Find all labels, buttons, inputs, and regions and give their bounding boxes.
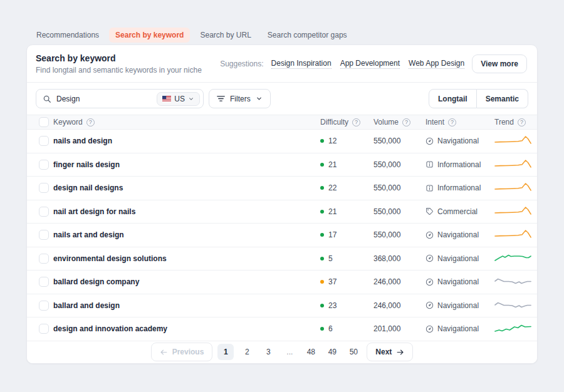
trend-cell — [494, 181, 537, 195]
page-number-3[interactable]: 3 — [260, 344, 276, 360]
tab-search-by-keyword[interactable]: Search by keyword — [109, 28, 190, 43]
row-checkbox[interactable] — [39, 160, 49, 170]
keyword-cell: design nail designs — [53, 183, 320, 192]
difficulty-cell: 5 — [320, 254, 373, 263]
tab-search-competitor-gaps[interactable]: Search competitor gaps — [261, 28, 353, 43]
table-row[interactable]: ballard design company37246,000Navigatio… — [27, 271, 537, 294]
intent-label: Navigational — [437, 277, 479, 286]
suggestion-chip[interactable]: Design Inspiration — [271, 59, 332, 69]
view-more-button[interactable]: View more — [472, 54, 527, 73]
suggestion-chip[interactable]: Web App Design — [409, 59, 464, 69]
intent-cell: Informational — [426, 183, 494, 192]
keyword-cell: design and innovation academy — [53, 324, 320, 333]
intent-label: Navigational — [437, 324, 479, 333]
intent-cell: Navigational — [426, 254, 494, 263]
row-checkbox[interactable] — [39, 207, 49, 217]
table-row[interactable]: environmental design solutions5368,000Na… — [27, 247, 537, 271]
page-number-49[interactable]: 49 — [324, 344, 340, 360]
page-number-48[interactable]: 48 — [303, 344, 319, 360]
trend-sparkline — [494, 205, 532, 219]
column-header-keyword[interactable]: Keyword? — [53, 118, 320, 126]
intent-cell: Navigational — [426, 277, 494, 286]
column-label: Volume — [373, 118, 399, 126]
mode-button-longtail[interactable]: Longtail — [429, 89, 477, 108]
column-header-difficulty[interactable]: Difficulty? — [320, 118, 373, 126]
row-checkbox[interactable] — [39, 277, 49, 287]
row-checkbox[interactable] — [39, 183, 49, 193]
navigational-icon — [426, 325, 434, 333]
row-checkbox[interactable] — [39, 136, 49, 146]
search-input[interactable] — [56, 95, 152, 103]
volume-cell: 550,000 — [373, 207, 426, 216]
difficulty-dot — [320, 327, 324, 331]
filter-icon — [217, 95, 225, 102]
previous-page-button[interactable]: Previous — [151, 343, 213, 361]
keyword-cell: ballard and design — [53, 301, 320, 310]
navigational-icon — [426, 301, 434, 309]
mode-button-semantic[interactable]: Semantic — [477, 89, 528, 108]
next-page-button[interactable]: Next — [367, 343, 413, 361]
difficulty-cell: 21 — [320, 160, 373, 169]
intent-cell: Navigational — [426, 324, 494, 333]
table-row[interactable]: design nail designs22550,000Informationa… — [27, 177, 537, 200]
keyword-cell: nails and design — [53, 137, 320, 145]
difficulty-dot — [320, 233, 324, 237]
volume-cell: 550,000 — [373, 230, 426, 239]
table-row[interactable]: nails art and design17550,000Navigationa… — [27, 224, 537, 247]
region-selector[interactable]: US — [157, 92, 200, 106]
navigational-icon — [426, 278, 434, 286]
trend-sparkline — [494, 322, 532, 336]
row-checkbox[interactable] — [39, 230, 49, 240]
difficulty-dot — [320, 257, 324, 260]
suggestion-chip[interactable]: App Development — [340, 59, 400, 69]
page-number-1[interactable]: 1 — [217, 344, 234, 360]
filters-button[interactable]: Filters — [209, 89, 271, 108]
navigational-icon — [426, 231, 434, 239]
select-all-checkbox[interactable] — [39, 117, 49, 127]
intent-cell: Navigational — [426, 301, 494, 310]
next-label: Next — [375, 348, 392, 356]
table-row[interactable]: ballard and design23246,000Navigational — [27, 294, 537, 318]
table-row[interactable]: design and innovation academy6201,000Nav… — [27, 317, 537, 341]
arrow-left-icon — [160, 348, 168, 356]
trend-sparkline — [494, 228, 532, 242]
row-checkbox[interactable] — [39, 324, 49, 334]
mode-toggle-group: LongtailSemantic — [429, 89, 528, 108]
column-header-intent[interactable]: Intent? — [426, 118, 494, 126]
trend-cell — [494, 205, 537, 219]
help-icon[interactable]: ? — [402, 118, 410, 126]
keyword-table-body: nails and design12550,000Navigationalfin… — [27, 130, 537, 341]
trend-sparkline — [494, 252, 532, 266]
table-row[interactable]: nails and design12550,000Navigational — [27, 130, 537, 153]
table-row[interactable]: finger nails design21550,000Informationa… — [27, 153, 537, 177]
difficulty-dot — [320, 304, 324, 307]
help-icon[interactable]: ? — [518, 118, 526, 126]
help-icon[interactable]: ? — [352, 118, 360, 126]
suggestion-links: Design InspirationApp DevelopmentWeb App… — [271, 59, 465, 69]
trend-cell — [494, 299, 537, 312]
chevron-down-icon — [256, 95, 263, 102]
trend-cell — [494, 275, 537, 289]
tab-search-by-url[interactable]: Search by URL — [194, 28, 257, 43]
trend-cell — [494, 322, 537, 336]
keyword-search-box[interactable]: US — [36, 89, 204, 108]
informational-icon — [426, 160, 434, 168]
row-checkbox[interactable] — [39, 254, 49, 264]
difficulty-dot — [320, 139, 324, 143]
column-header-volume[interactable]: Volume? — [373, 118, 426, 126]
page-number-50[interactable]: 50 — [345, 344, 362, 360]
column-header-trend[interactable]: Trend? — [494, 118, 537, 126]
tab-recommendations[interactable]: Recommendations — [30, 28, 105, 43]
intent-label: Navigational — [437, 137, 479, 145]
page-number-2[interactable]: 2 — [239, 344, 255, 360]
informational-icon — [426, 184, 434, 192]
arrow-right-icon — [396, 348, 404, 356]
keyword-cell: ballard design company — [53, 277, 320, 286]
table-row[interactable]: nail art design for nails21550,000Commer… — [27, 200, 537, 224]
row-checkbox[interactable] — [39, 301, 49, 311]
keyword-cell: environmental design solutions — [53, 254, 320, 263]
suggestions-label: Suggestions: — [220, 59, 263, 68]
help-icon[interactable]: ? — [448, 118, 456, 126]
help-icon[interactable]: ? — [86, 118, 95, 126]
panel-heading: Search by keyword Find longtail and sema… — [36, 53, 202, 75]
